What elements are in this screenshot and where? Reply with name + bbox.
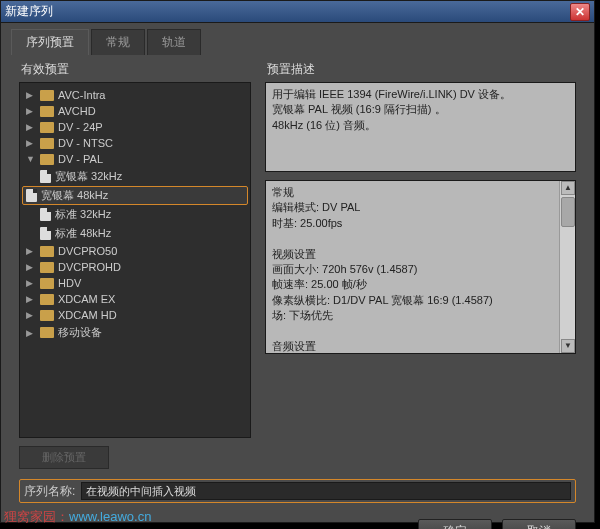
chevron-right-icon: ▶ xyxy=(26,310,36,320)
preset-tree[interactable]: ▶AVC-Intra ▶AVCHD ▶DV - 24P ▶DV - NTSC ▼… xyxy=(19,82,251,438)
chevron-right-icon: ▶ xyxy=(26,294,36,304)
presets-title: 有效预置 xyxy=(19,59,251,82)
preset-file-icon xyxy=(40,227,51,240)
window-title: 新建序列 xyxy=(5,3,570,20)
preset-file-icon xyxy=(40,170,51,183)
description-title: 预置描述 xyxy=(265,59,576,82)
chevron-right-icon: ▶ xyxy=(26,106,36,116)
presets-panel: 有效预置 ▶AVC-Intra ▶AVCHD ▶DV - 24P ▶DV - N… xyxy=(19,59,251,469)
tree-folder[interactable]: ▶DVCPROHD xyxy=(22,259,248,275)
tree-folder[interactable]: ▶DVCPRO50 xyxy=(22,243,248,259)
chevron-right-icon: ▶ xyxy=(26,138,36,148)
tab-general[interactable]: 常规 xyxy=(91,29,145,55)
folder-icon xyxy=(40,246,54,257)
titlebar[interactable]: 新建序列 ✕ xyxy=(1,1,594,23)
folder-icon xyxy=(40,278,54,289)
scrollbar[interactable]: ▲ ▼ xyxy=(559,181,575,353)
chevron-right-icon: ▶ xyxy=(26,246,36,256)
tab-sequence-presets[interactable]: 序列预置 xyxy=(11,29,89,55)
chevron-down-icon: ▼ xyxy=(26,154,36,164)
folder-icon xyxy=(40,154,54,165)
preset-file-icon xyxy=(26,189,37,202)
folder-icon xyxy=(40,310,54,321)
tree-preset-item[interactable]: 宽银幕 32kHz xyxy=(22,167,248,186)
description-panel: 预置描述 用于编辑 IEEE 1394 (FireWire/i.LINK) DV… xyxy=(265,59,576,469)
tree-folder[interactable]: ▶DV - 24P xyxy=(22,119,248,135)
preset-file-icon xyxy=(40,208,51,221)
scrollbar-thumb[interactable] xyxy=(561,197,575,227)
delete-preset-button: 删除预置 xyxy=(19,446,109,469)
sequence-name-input[interactable] xyxy=(81,482,571,500)
folder-icon xyxy=(40,106,54,117)
folder-icon xyxy=(40,122,54,133)
sequence-name-row: 序列名称: xyxy=(19,479,576,503)
sequence-name-label: 序列名称: xyxy=(24,483,75,500)
ok-button[interactable]: 确定 xyxy=(418,519,492,529)
tab-bar: 序列预置 常规 轨道 xyxy=(1,23,594,55)
tree-folder[interactable]: ▶AVC-Intra xyxy=(22,87,248,103)
content-area: 有效预置 ▶AVC-Intra ▶AVCHD ▶DV - 24P ▶DV - N… xyxy=(1,55,594,479)
tree-folder[interactable]: ▶移动设备 xyxy=(22,323,248,342)
folder-icon xyxy=(40,294,54,305)
scroll-up-icon[interactable]: ▲ xyxy=(561,181,575,195)
details-text: ▲ ▼ 常规 编辑模式: DV PAL 时基: 25.00fps 视频设置 画面… xyxy=(265,180,576,354)
tab-tracks[interactable]: 轨道 xyxy=(147,29,201,55)
tree-folder[interactable]: ▶HDV xyxy=(22,275,248,291)
tree-preset-item[interactable]: 标准 48kHz xyxy=(22,224,248,243)
chevron-right-icon: ▶ xyxy=(26,262,36,272)
tree-folder[interactable]: ▶XDCAM EX xyxy=(22,291,248,307)
close-button[interactable]: ✕ xyxy=(570,3,590,21)
scroll-down-icon[interactable]: ▼ xyxy=(561,339,575,353)
tree-folder[interactable]: ▶DV - NTSC xyxy=(22,135,248,151)
cancel-button[interactable]: 取消 xyxy=(502,519,576,529)
chevron-right-icon: ▶ xyxy=(26,90,36,100)
folder-icon xyxy=(40,90,54,101)
watermark: 狸窝家园：www.leawo.cn xyxy=(4,508,151,526)
tree-preset-item-selected[interactable]: 宽银幕 48kHz xyxy=(22,186,248,205)
folder-icon xyxy=(40,327,54,338)
new-sequence-dialog: 新建序列 ✕ 序列预置 常规 轨道 有效预置 ▶AVC-Intra ▶AVCHD… xyxy=(0,0,595,523)
chevron-right-icon: ▶ xyxy=(26,122,36,132)
tree-folder[interactable]: ▶XDCAM HD xyxy=(22,307,248,323)
folder-icon xyxy=(40,262,54,273)
tree-preset-item[interactable]: 标准 32kHz xyxy=(22,205,248,224)
chevron-right-icon: ▶ xyxy=(26,328,36,338)
folder-icon xyxy=(40,138,54,149)
description-text: 用于编辑 IEEE 1394 (FireWire/i.LINK) DV 设备。 … xyxy=(265,82,576,172)
tree-folder[interactable]: ▶AVCHD xyxy=(22,103,248,119)
tree-folder[interactable]: ▼DV - PAL xyxy=(22,151,248,167)
chevron-right-icon: ▶ xyxy=(26,278,36,288)
